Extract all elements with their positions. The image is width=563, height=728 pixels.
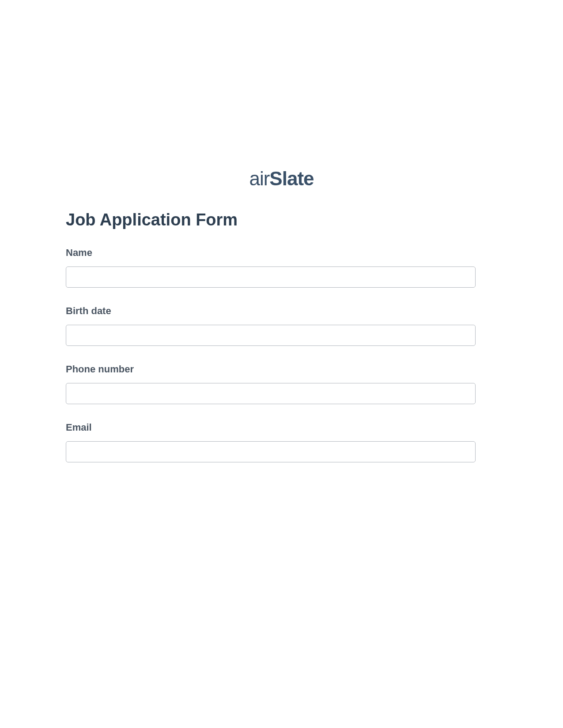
logo-part-slate: Slate [269, 168, 314, 189]
phone-number-label: Phone number [66, 364, 476, 375]
email-input[interactable] [66, 441, 476, 462]
form-title: Job Application Form [66, 210, 238, 229]
airslate-logo: airSlate [249, 168, 314, 190]
logo-part-air: air [249, 168, 269, 189]
field-group-email: Email [66, 422, 476, 462]
field-group-birth-date: Birth date [66, 305, 476, 346]
phone-number-input[interactable] [66, 383, 476, 404]
birth-date-input[interactable] [66, 325, 476, 346]
field-group-name: Name [66, 247, 476, 288]
email-label: Email [66, 422, 476, 433]
name-input[interactable] [66, 266, 476, 288]
birth-date-label: Birth date [66, 305, 476, 317]
name-label: Name [66, 247, 476, 259]
logo-container: airSlate [0, 0, 563, 190]
field-group-phone-number: Phone number [66, 364, 476, 404]
